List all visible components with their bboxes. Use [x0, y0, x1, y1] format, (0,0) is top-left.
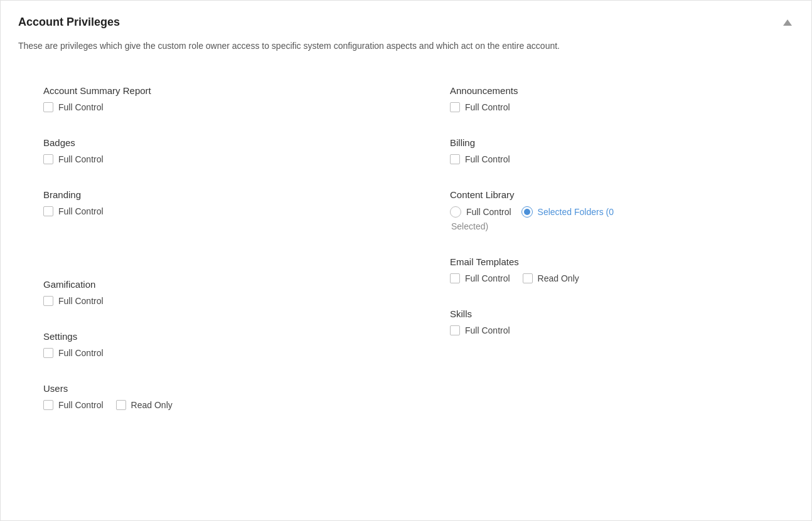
- privilege-options-settings: Full Control: [43, 348, 387, 358]
- privilege-options-announcements: Full Control: [450, 102, 794, 112]
- checkbox-label-account-summary-report-full-control: Full Control: [58, 102, 104, 112]
- privilege-announcements: Announcements Full Control: [425, 73, 794, 125]
- privilege-label-branding: Branding: [43, 189, 387, 200]
- section-header: Account Privileges: [18, 16, 794, 29]
- privilege-options-users: Full Control Read Only: [43, 400, 387, 410]
- checkbox-users-full-control[interactable]: Full Control: [43, 400, 104, 410]
- checkbox-label-email-templates-full-control: Full Control: [465, 273, 510, 283]
- checkbox-label-announcements-full-control: Full Control: [465, 102, 510, 112]
- privilege-gamification: Gamification Full Control: [18, 266, 387, 318]
- privilege-label-settings: Settings: [43, 331, 387, 342]
- checkbox-settings-full-control[interactable]: Full Control: [43, 348, 104, 358]
- checkbox-branding-full-control[interactable]: Full Control: [43, 206, 104, 216]
- privilege-label-badges: Badges: [43, 137, 387, 148]
- checkbox-input-account-summary-report-full-control[interactable]: [43, 102, 53, 112]
- privilege-email-templates: Email Templates Full Control Read Only: [425, 244, 794, 296]
- left-column: Account Summary Report Full Control Badg…: [18, 73, 387, 423]
- privilege-options-email-templates: Full Control Read Only: [450, 273, 794, 283]
- checkbox-label-users-full-control: Full Control: [58, 400, 104, 410]
- right-column: Announcements Full Control Billing Full …: [425, 73, 794, 423]
- privilege-options-branding: Full Control: [43, 206, 387, 216]
- selected-folders-sub-label: Selected): [450, 221, 794, 231]
- privilege-label-skills: Skills: [450, 308, 794, 319]
- account-privileges-section: Account Privileges These are privileges …: [0, 0, 812, 521]
- section-description: These are privileges which give the cust…: [18, 39, 583, 53]
- privilege-label-gamification: Gamification: [43, 279, 387, 290]
- checkbox-badges-full-control[interactable]: Full Control: [43, 154, 104, 164]
- checkbox-billing-full-control[interactable]: Full Control: [450, 154, 510, 164]
- radio-input-content-library-full-control[interactable]: [450, 206, 461, 218]
- privilege-users: Users Full Control Read Only: [18, 371, 387, 423]
- checkbox-input-users-full-control[interactable]: [43, 400, 53, 410]
- checkbox-email-templates-read-only[interactable]: Read Only: [523, 273, 579, 283]
- checkbox-label-skills-full-control: Full Control: [465, 325, 510, 335]
- checkbox-label-branding-full-control: Full Control: [58, 206, 104, 216]
- checkbox-skills-full-control[interactable]: Full Control: [450, 325, 510, 335]
- checkbox-announcements-full-control[interactable]: Full Control: [450, 102, 510, 112]
- checkbox-input-email-templates-full-control[interactable]: [450, 273, 460, 283]
- privilege-options-content-library: Full Control Selected Folders (0: [450, 206, 794, 218]
- checkbox-input-billing-full-control[interactable]: [450, 154, 460, 164]
- privilege-badges: Badges Full Control: [18, 125, 387, 177]
- checkbox-input-skills-full-control[interactable]: [450, 325, 460, 335]
- privilege-settings: Settings Full Control: [18, 318, 387, 371]
- radio-content-library-selected-folders[interactable]: Selected Folders (0: [521, 206, 614, 218]
- checkbox-input-badges-full-control[interactable]: [43, 154, 53, 164]
- privilege-options-skills: Full Control: [450, 325, 794, 335]
- checkbox-label-email-templates-read-only: Read Only: [538, 273, 579, 283]
- checkbox-input-users-read-only[interactable]: [116, 400, 126, 410]
- privilege-label-announcements: Announcements: [450, 85, 794, 96]
- checkbox-input-announcements-full-control[interactable]: [450, 102, 460, 112]
- privilege-content-library: Content Library Full Control Selected Fo…: [425, 177, 794, 244]
- privilege-options-gamification: Full Control: [43, 296, 387, 306]
- radio-input-content-library-selected-folders[interactable]: [521, 206, 533, 218]
- radio-content-library-full-control[interactable]: Full Control: [450, 206, 511, 218]
- checkbox-gamification-full-control[interactable]: Full Control: [43, 296, 104, 306]
- checkbox-label-billing-full-control: Full Control: [465, 154, 510, 164]
- privileges-grid: Account Summary Report Full Control Badg…: [18, 73, 794, 423]
- privilege-options-badges: Full Control: [43, 154, 387, 164]
- checkbox-email-templates-full-control[interactable]: Full Control: [450, 273, 510, 283]
- spacer-content-library: [18, 229, 387, 266]
- checkbox-input-branding-full-control[interactable]: [43, 206, 53, 216]
- privilege-branding: Branding Full Control: [18, 177, 387, 229]
- section-title: Account Privileges: [18, 16, 120, 29]
- privilege-account-summary-report: Account Summary Report Full Control: [18, 73, 387, 125]
- radio-label-content-library-selected-folders: Selected Folders (0: [538, 207, 614, 217]
- privilege-options-account-summary-report: Full Control: [43, 102, 387, 112]
- checkbox-users-read-only[interactable]: Read Only: [116, 400, 173, 410]
- checkbox-label-users-read-only: Read Only: [131, 400, 173, 410]
- privilege-label-billing: Billing: [450, 137, 794, 148]
- checkbox-label-gamification-full-control: Full Control: [58, 296, 104, 306]
- radio-label-content-library-full-control: Full Control: [466, 207, 511, 217]
- privilege-billing: Billing Full Control: [425, 125, 794, 177]
- privilege-label-account-summary-report: Account Summary Report: [43, 85, 387, 96]
- checkbox-input-email-templates-read-only[interactable]: [523, 273, 533, 283]
- privilege-skills: Skills Full Control: [425, 296, 794, 348]
- checkbox-input-gamification-full-control[interactable]: [43, 296, 53, 306]
- privilege-label-users: Users: [43, 383, 387, 394]
- privilege-label-content-library: Content Library: [450, 189, 794, 200]
- collapse-button[interactable]: [781, 16, 794, 29]
- checkbox-label-settings-full-control: Full Control: [58, 348, 104, 358]
- checkbox-label-badges-full-control: Full Control: [58, 154, 104, 164]
- checkbox-account-summary-report-full-control[interactable]: Full Control: [43, 102, 104, 112]
- privilege-options-billing: Full Control: [450, 154, 794, 164]
- checkbox-input-settings-full-control[interactable]: [43, 348, 53, 358]
- privilege-label-email-templates: Email Templates: [450, 256, 794, 267]
- svg-marker-0: [783, 19, 792, 26]
